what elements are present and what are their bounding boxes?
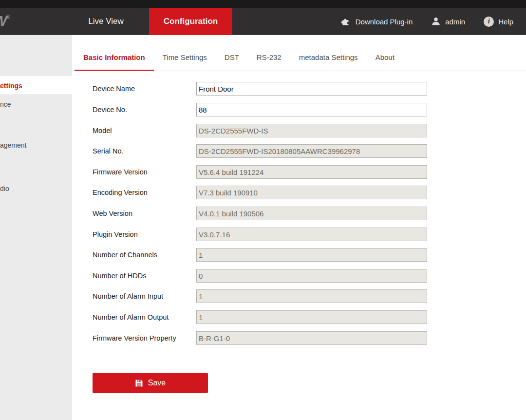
browser-top-strip — [0, 0, 526, 8]
navbar-right-group: Download Plug-in admin i Help — [334, 8, 520, 35]
device-no-input[interactable] — [196, 103, 427, 116]
number-of-alarm-input-label: Number of Alarm Input — [93, 289, 163, 303]
save-button-label: Save — [148, 379, 166, 387]
username-label: admin — [445, 18, 465, 26]
device-no-label: Device No. — [93, 103, 127, 116]
encoding-version-value — [196, 186, 427, 199]
tab-rs232[interactable]: RS-232 — [248, 46, 290, 71]
form-row-firmware-version: Firmware Version — [0, 165, 526, 179]
help-button[interactable]: i Help — [477, 8, 520, 35]
serial-no-label: Serial No. — [93, 144, 124, 158]
form-row-device-name: Device Name — [0, 82, 526, 95]
registered-mark-icon: ® — [6, 14, 10, 20]
model-value — [196, 124, 427, 137]
form-row-serial-no: Serial No. — [0, 144, 526, 158]
web-version-value — [196, 207, 427, 220]
web-version-label: Web Version — [93, 207, 132, 220]
firmware-version-label: Firmware Version — [93, 165, 148, 179]
form-row-model: Model — [0, 124, 526, 137]
form-row-web-version: Web Version — [0, 207, 526, 220]
camera-config-page: W® Live View Configuration Download Plug… — [0, 0, 526, 420]
nav-tab-live-view[interactable]: Live View — [73, 8, 139, 35]
model-label: Model — [93, 124, 112, 137]
number-of-hdds-value — [196, 269, 427, 283]
device-name-label: Device Name — [93, 82, 135, 95]
save-button[interactable]: Save — [93, 373, 208, 393]
firmware-version-property-value — [196, 331, 427, 345]
floppy-disk-icon — [135, 379, 143, 387]
top-navbar: W® Live View Configuration Download Plug… — [0, 8, 526, 35]
number-of-alarm-input-value — [196, 289, 427, 303]
download-plugin-button[interactable]: Download Plug-in — [334, 8, 420, 35]
info-icon: i — [484, 17, 494, 27]
form-row-plugin-version: Plugin Version — [0, 228, 526, 241]
tab-about[interactable]: About — [367, 46, 403, 71]
firmware-version-value — [196, 165, 427, 179]
tab-metadata-settings[interactable]: metadata Settings — [290, 46, 367, 71]
brand-logo: W® — [0, 13, 10, 29]
plugin-version-label: Plugin Version — [93, 228, 138, 241]
help-label: Help — [498, 18, 513, 26]
number-of-hdds-label: Number of HDDs — [93, 269, 146, 283]
form-row-number-of-alarm-input: Number of Alarm Input — [0, 289, 526, 303]
number-of-channels-value — [196, 248, 427, 262]
number-of-alarm-output-value — [196, 310, 427, 324]
user-menu[interactable]: admin — [424, 8, 472, 35]
user-icon — [431, 17, 441, 26]
firmware-version-property-label: Firmware Version Property — [93, 331, 176, 345]
device-name-input[interactable] — [196, 82, 427, 95]
form-row-number-of-channels: Number of Channels — [0, 248, 526, 262]
form-row-device-no: Device No. — [0, 103, 526, 116]
download-plugin-label: Download Plug-in — [356, 18, 413, 26]
number-of-channels-label: Number of Channels — [93, 248, 157, 262]
section-tabbar: Basic Information Time Settings DST RS-2… — [75, 46, 526, 71]
form-row-firmware-version-property: Firmware Version Property — [0, 331, 526, 345]
nav-tab-configuration[interactable]: Configuration — [149, 8, 232, 35]
form-row-encoding-version: Encoding Version — [0, 186, 526, 199]
form-row-number-of-alarm-output: Number of Alarm Output — [0, 310, 526, 324]
tab-basic-information[interactable]: Basic Information — [75, 46, 154, 71]
tab-time-settings[interactable]: Time Settings — [154, 46, 216, 71]
form-row-number-of-hdds: Number of HDDs — [0, 269, 526, 283]
plugin-version-value — [196, 228, 427, 241]
number-of-alarm-output-label: Number of Alarm Output — [93, 310, 169, 324]
tab-dst[interactable]: DST — [216, 46, 248, 71]
puzzle-icon — [340, 16, 351, 27]
serial-no-value — [196, 144, 427, 158]
encoding-version-label: Encoding Version — [93, 186, 148, 199]
brand-logo-fragment: W — [0, 13, 6, 29]
